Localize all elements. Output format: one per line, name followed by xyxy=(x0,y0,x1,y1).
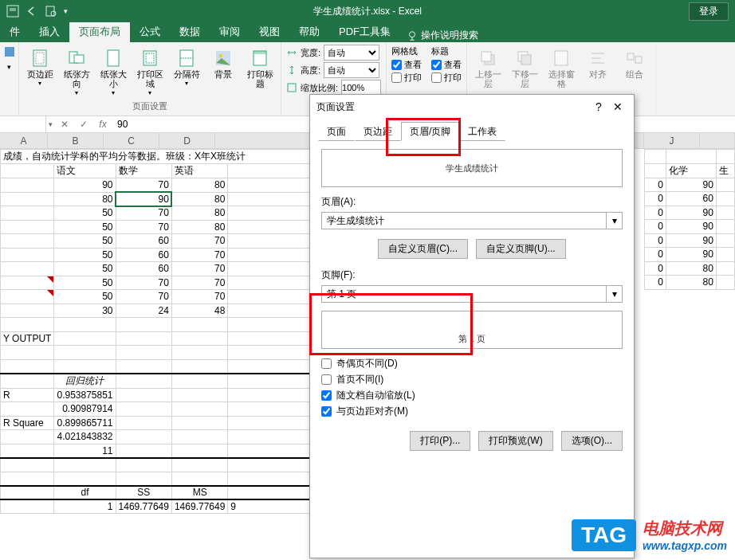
svg-rect-22 xyxy=(521,55,531,65)
svg-rect-4 xyxy=(5,47,14,57)
name-box[interactable] xyxy=(0,116,46,132)
dialog-close-button[interactable]: ✕ xyxy=(608,100,627,113)
watermark-line2: www.tagxp.com xyxy=(643,539,727,552)
print-titles-button[interactable]: 打印标题 xyxy=(242,47,277,90)
svg-rect-8 xyxy=(74,55,84,63)
group-label-page-setup: 页面设置 xyxy=(22,99,277,114)
svg-rect-23 xyxy=(555,51,568,65)
footer-dropdown-icon[interactable]: ▾ xyxy=(607,285,623,303)
themes-icon[interactable] xyxy=(3,45,16,58)
gridlines-view-check[interactable]: 查看 xyxy=(391,59,422,71)
headings-print-check[interactable]: 打印 xyxy=(431,72,462,84)
custom-footer-button[interactable]: 自定义页脚(U)... xyxy=(476,239,566,259)
namebox-dropdown-icon[interactable]: ▾ xyxy=(46,120,55,128)
watermark-line1: 电脑技术网 xyxy=(643,518,727,539)
svg-point-15 xyxy=(219,54,222,57)
odd-even-check[interactable]: 奇偶页不同(D) xyxy=(321,357,623,370)
themes-partial: ▾ xyxy=(0,42,19,116)
margins-button[interactable]: 页边距▾ xyxy=(22,47,57,89)
dialog-titlebar: 页面设置 ? ✕ xyxy=(310,95,634,119)
selection-pane-button: 选择窗格 xyxy=(544,47,579,90)
fx-icon[interactable]: fx xyxy=(93,116,112,132)
tab-insert[interactable]: 插入 xyxy=(29,22,69,42)
print-preview-button[interactable]: 打印预览(W) xyxy=(478,431,552,451)
first-different-check[interactable]: 首页不同(I) xyxy=(321,373,623,386)
orientation-button[interactable]: 纸张方向▾ xyxy=(59,47,94,99)
col-header-J[interactable]: J xyxy=(644,133,700,148)
tab-pdf[interactable]: PDF工具集 xyxy=(329,22,400,42)
col-header-A[interactable]: A xyxy=(0,133,48,148)
height-label: 高度: xyxy=(301,65,320,76)
dialog-body: 学生成绩统计 页眉(A): ▾ 自定义页眉(C)... 自定义页脚(U)... … xyxy=(310,141,634,558)
scale-input[interactable] xyxy=(341,80,381,96)
svg-rect-18 xyxy=(288,84,296,92)
title-bar: ▾ 学生成绩统计.xlsx - Excel 登录 xyxy=(0,0,735,22)
dlg-tab-sheet[interactable]: 工作表 xyxy=(459,122,505,141)
width-select[interactable]: 自动 xyxy=(324,45,379,61)
header-label: 页眉(A): xyxy=(321,195,623,209)
col-header-B[interactable]: B xyxy=(48,133,104,148)
svg-rect-9 xyxy=(108,50,119,66)
custom-header-button[interactable]: 自定义页眉(C)... xyxy=(378,239,468,259)
window-title: 学生成绩统计.xlsx - Excel xyxy=(313,5,422,18)
bring-forward-button: 上移一层 xyxy=(470,47,505,90)
background-button[interactable]: 背景 xyxy=(206,47,241,80)
autosave-icon[interactable] xyxy=(6,5,19,18)
footer-input[interactable] xyxy=(321,285,607,303)
svg-rect-27 xyxy=(627,53,634,60)
print-area-button[interactable]: 打印区域▾ xyxy=(132,47,167,99)
tab-view[interactable]: 视图 xyxy=(250,22,289,42)
preview-icon[interactable] xyxy=(45,5,57,18)
footer-combo[interactable]: ▾ xyxy=(321,285,623,303)
tab-page-layout[interactable]: 页面布局 xyxy=(69,22,130,42)
title-cell[interactable]: 成绩，自动统计学科的平均分等数据。班级：X年X班统计 xyxy=(1,150,322,164)
dialog-title-text: 页面设置 xyxy=(316,100,355,114)
active-cell: 90 xyxy=(116,192,171,206)
enter-icon[interactable]: ✓ xyxy=(74,116,93,132)
tell-me[interactable]: 操作说明搜索 xyxy=(400,29,485,42)
tab-help[interactable]: 帮助 xyxy=(289,22,329,42)
tab-file-partial[interactable]: 件 xyxy=(0,22,29,42)
header-dropdown-icon[interactable]: ▾ xyxy=(607,212,623,229)
breaks-button[interactable]: 分隔符▾ xyxy=(169,47,204,89)
footer-label: 页脚(F): xyxy=(321,268,623,282)
height-select[interactable]: 自动 xyxy=(324,62,379,78)
dialog-help-button[interactable]: ? xyxy=(589,100,608,113)
quick-access-toolbar: ▾ xyxy=(0,5,74,18)
headings-view-check[interactable]: 查看 xyxy=(431,59,462,71)
width-icon xyxy=(286,47,297,58)
scale-with-doc-check[interactable]: 随文档自动缩放(L) xyxy=(321,389,623,402)
align-button: 对齐 xyxy=(580,47,615,80)
header-combo[interactable]: ▾ xyxy=(321,212,623,229)
login-button[interactable]: 登录 xyxy=(689,2,729,21)
height-icon xyxy=(286,65,297,76)
svg-rect-20 xyxy=(481,52,491,61)
svg-point-2 xyxy=(51,11,56,16)
options-button[interactable]: 选项(O)... xyxy=(561,431,623,451)
group-page-setup: 页边距▾ 纸张方向▾ 纸张大小▾ 打印区域▾ 分隔符▾ 背景 打印标题 页面设置 xyxy=(19,42,281,116)
watermark-tag: TAG xyxy=(572,519,636,551)
col-header-C[interactable]: C xyxy=(104,133,159,148)
scale-label: 缩放比例: xyxy=(301,82,338,94)
width-label: 宽度: xyxy=(301,47,320,59)
undo-icon[interactable] xyxy=(26,5,38,18)
tab-data[interactable]: 数据 xyxy=(170,22,210,42)
align-margins-check[interactable]: 与页边距对齐(M) xyxy=(321,405,623,418)
size-button[interactable]: 纸张大小▾ xyxy=(96,47,131,99)
dlg-tab-margins[interactable]: 页边距 xyxy=(355,122,401,141)
ribbon-tabs: 件 插入 页面布局 公式 数据 审阅 视图 帮助 PDF工具集 操作说明搜索 xyxy=(0,22,735,42)
dlg-tab-header-footer[interactable]: 页眉/页脚 xyxy=(401,122,459,141)
tab-formulas[interactable]: 公式 xyxy=(130,22,170,42)
gridlines-print-check[interactable]: 打印 xyxy=(391,72,422,84)
header-input[interactable] xyxy=(321,212,607,229)
col-header-D[interactable]: D xyxy=(159,133,215,148)
cancel-icon[interactable]: ✕ xyxy=(55,116,74,132)
print-button[interactable]: 打印(P)... xyxy=(410,431,470,451)
svg-point-3 xyxy=(410,31,415,37)
tab-review[interactable]: 审阅 xyxy=(210,22,250,42)
dlg-tab-page[interactable]: 页面 xyxy=(318,122,355,141)
cells-right[interactable]: 化学生 090 060 090 090 090 090 080 080 xyxy=(644,149,735,290)
cells-left[interactable]: 成绩，自动统计学科的平均分等数据。班级：X年X班统计 语文数学英语 907080… xyxy=(0,149,322,514)
group-button: 组合 xyxy=(617,47,652,80)
qat-dropdown-icon[interactable]: ▾ xyxy=(64,7,68,15)
